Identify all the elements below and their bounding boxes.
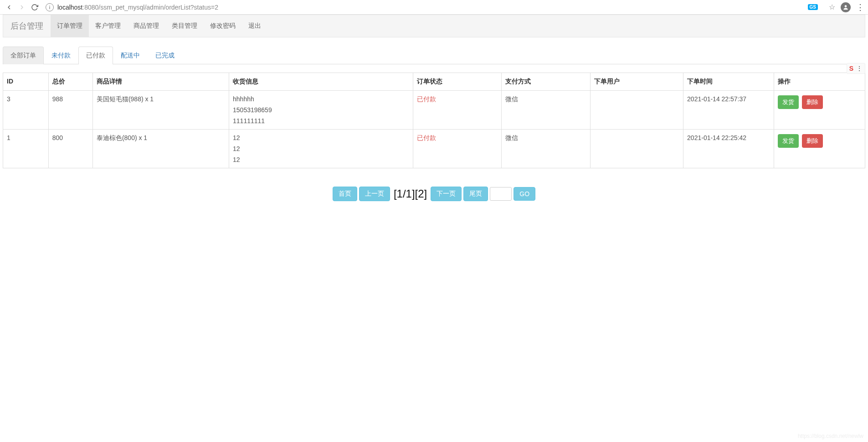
tab-unpaid[interactable]: 未付款 — [44, 47, 78, 64]
floating-toolbar[interactable]: S ⋮ — [847, 63, 865, 74]
cell-time: 2021-01-14 22:57:37 — [683, 91, 774, 130]
go-button[interactable]: GO — [514, 187, 535, 201]
browser-menu-icon[interactable]: ⋮ — [856, 3, 864, 11]
col-user: 下单用户 — [590, 73, 683, 91]
cell-receive: 12 12 12 — [229, 130, 413, 168]
cell-actions: 发货 删除 — [774, 91, 865, 130]
nav-item-categories[interactable]: 类目管理 — [165, 15, 204, 37]
next-page-button[interactable]: 下一页 — [431, 187, 462, 201]
col-pay: 支付方式 — [502, 73, 590, 91]
profile-avatar-icon[interactable] — [841, 2, 851, 12]
cell-status: 已付款 — [413, 130, 501, 168]
s-icon: S — [849, 65, 853, 72]
col-time: 下单时间 — [683, 73, 774, 91]
main-nav: 后台管理 订单管理 客户管理 商品管理 类目管理 修改密码 退出 — [3, 15, 865, 37]
col-goods: 商品详情 — [92, 73, 229, 91]
table-row: 3 988 美国短毛猫(988) x 1 hhhhhh 15053198659 … — [3, 91, 865, 130]
nav-item-orders[interactable]: 订单管理 — [51, 15, 89, 37]
nav-item-logout[interactable]: 退出 — [242, 15, 267, 37]
page-info: [1/1][2] — [394, 187, 427, 200]
cell-total: 800 — [48, 130, 92, 168]
back-button[interactable] — [4, 2, 15, 13]
orders-table: ID 总价 商品详情 收货信息 订单状态 支付方式 下单用户 下单时间 操作 3… — [3, 73, 865, 168]
tab-completed[interactable]: 已完成 — [148, 47, 182, 64]
pagination: 首页 上一页 [1/1][2] 下一页 尾页 GO — [3, 187, 865, 201]
prev-page-button[interactable]: 上一页 — [359, 187, 390, 201]
cell-status: 已付款 — [413, 91, 501, 130]
first-page-button[interactable]: 首页 — [333, 187, 357, 201]
delete-button[interactable]: 删除 — [802, 134, 823, 148]
col-id: ID — [3, 73, 49, 91]
nav-item-password[interactable]: 修改密码 — [204, 15, 242, 37]
col-actions: 操作 — [774, 73, 865, 91]
col-status: 订单状态 — [413, 73, 501, 91]
reload-button[interactable] — [29, 2, 40, 13]
bookmark-icon[interactable]: ☆ — [829, 3, 835, 11]
extension-badge[interactable]: GS — [808, 4, 818, 10]
cell-goods: 美国短毛猫(988) x 1 — [92, 91, 229, 130]
ship-button[interactable]: 发货 — [778, 95, 799, 109]
nav-item-customers[interactable]: 客户管理 — [89, 15, 127, 37]
url-text: localhost:8080/ssm_pet_mysql/admin/order… — [57, 4, 218, 11]
cell-pay: 微信 — [502, 91, 590, 130]
browser-toolbar: i localhost:8080/ssm_pet_mysql/admin/ord… — [0, 0, 868, 15]
tab-paid[interactable]: 已付款 — [78, 47, 113, 64]
cell-goods: 泰迪棕色(800) x 1 — [92, 130, 229, 168]
cell-id: 1 — [3, 130, 49, 168]
cell-actions: 发货 删除 — [774, 130, 865, 168]
svg-point-0 — [845, 5, 847, 7]
cell-id: 3 — [3, 91, 49, 130]
tab-shipping[interactable]: 配送中 — [113, 47, 148, 64]
site-info-icon[interactable]: i — [46, 3, 54, 11]
cell-user — [590, 91, 683, 130]
order-tabs: 全部订单 未付款 已付款 配送中 已完成 S ⋮ — [3, 47, 865, 64]
cell-user — [590, 130, 683, 168]
page-input[interactable] — [490, 187, 512, 201]
forward-button[interactable] — [16, 2, 27, 13]
last-page-button[interactable]: 尾页 — [463, 187, 488, 201]
brand-title: 后台管理 — [3, 21, 51, 31]
cell-receive: hhhhhh 15053198659 111111111 — [229, 91, 413, 130]
cell-total: 988 — [48, 91, 92, 130]
col-total: 总价 — [48, 73, 92, 91]
table-header-row: ID 总价 商品详情 收货信息 订单状态 支付方式 下单用户 下单时间 操作 — [3, 73, 865, 91]
nav-item-products[interactable]: 商品管理 — [127, 15, 165, 37]
tool-menu-icon[interactable]: ⋮ — [856, 65, 863, 72]
delete-button[interactable]: 删除 — [802, 95, 823, 109]
ship-button[interactable]: 发货 — [778, 134, 799, 148]
url-bar[interactable]: i localhost:8080/ssm_pet_mysql/admin/ord… — [46, 3, 802, 11]
cell-pay: 微信 — [502, 130, 590, 168]
tab-all-orders[interactable]: 全部订单 — [3, 47, 44, 64]
cell-time: 2021-01-14 22:25:42 — [683, 130, 774, 168]
table-row: 1 800 泰迪棕色(800) x 1 12 12 12 已付款 微信 2021… — [3, 130, 865, 168]
col-receive: 收货信息 — [229, 73, 413, 91]
